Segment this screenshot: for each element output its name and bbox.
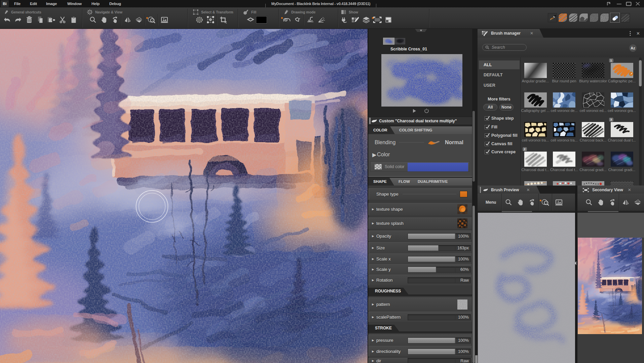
trash-icon[interactable]	[24, 14, 35, 26]
blend-mode-value[interactable]: Normal	[445, 139, 463, 146]
brush-variant-thumb-selected[interactable]	[384, 38, 394, 44]
pan-icon[interactable]	[595, 194, 606, 211]
category-all[interactable]: ALL	[479, 61, 520, 69]
slider-rotation[interactable]: Raw	[408, 277, 471, 283]
setting-row-pattern[interactable]: ▶pattern	[368, 297, 472, 311]
preset-dark-squiggle[interactable]	[579, 13, 588, 22]
rotate-view-icon[interactable]	[109, 14, 120, 26]
slider-directionality[interactable]: 100%	[408, 349, 471, 355]
setting-row-scale-x[interactable]: ▶Scale x100%	[368, 253, 472, 264]
pan-icon[interactable]	[98, 14, 109, 26]
document-canvas[interactable]	[0, 29, 368, 363]
brush-preview-tab[interactable]: Brush Preview ✕	[478, 186, 540, 194]
menu-file[interactable]: File	[14, 0, 21, 7]
minimize-button[interactable]	[616, 1, 622, 6]
brush-tile-mottle-cool[interactable]	[611, 152, 633, 167]
slider-scale-x[interactable]: 100%	[408, 256, 471, 262]
stroke-header[interactable]: STROKE	[368, 325, 473, 333]
brush-tile-checker[interactable]	[553, 63, 575, 78]
filter-none-button[interactable]: None	[499, 104, 514, 111]
pan-icon[interactable]	[514, 194, 526, 211]
setting-row-directionality[interactable]: ▶directionality100%	[368, 346, 472, 356]
shape-color-swatch[interactable]	[460, 191, 467, 197]
close-button[interactable]	[635, 1, 641, 6]
loop-icon[interactable]	[292, 14, 303, 26]
panel-splitter-handle[interactable]	[575, 261, 576, 266]
slider-dir[interactable]: Raw	[408, 358, 471, 363]
setting-row-size[interactable]: ▶Size163px	[368, 242, 472, 253]
preset-faint-strokes[interactable]	[621, 13, 630, 22]
custom-brush-bar[interactable]: Custom "Charcoal dual texture multiply"	[368, 117, 472, 125]
rotate-view-icon[interactable]	[526, 194, 538, 211]
checkbox-checked[interactable]	[485, 142, 489, 146]
blend-mode-icon[interactable]	[427, 139, 440, 146]
scissors-icon[interactable]	[57, 14, 68, 26]
brush-tile-charcoal-zig[interactable]	[611, 122, 633, 137]
expand-arrow-icon[interactable]: ▶	[372, 257, 376, 260]
preset-noise-light[interactable]	[600, 13, 609, 22]
slider-size[interactable]: 163px	[408, 245, 471, 251]
clipboard-icon[interactable]	[68, 14, 79, 26]
fit-screen-icon[interactable]	[553, 194, 565, 211]
dock-window-button[interactable]	[606, 1, 612, 6]
preset-orange-strokes[interactable]	[558, 13, 567, 22]
filter-check-fill[interactable]: Fill	[485, 125, 497, 129]
expand-arrow-icon[interactable]: ▶	[372, 208, 376, 211]
collapse-panel-button[interactable]	[415, 29, 427, 32]
expand-arrow-icon[interactable]: ▶	[372, 359, 376, 362]
app-logo[interactable]: Bi	[1, 0, 9, 7]
setting-row-texture-shape[interactable]: ▶texture shape	[368, 203, 472, 215]
zoom-icon[interactable]	[87, 14, 98, 26]
pattern-thumb[interactable]	[457, 299, 467, 310]
search-input[interactable]: Search	[482, 44, 527, 51]
checkbox-checked[interactable]	[485, 116, 489, 121]
expand-arrow-icon[interactable]: ▶	[372, 222, 376, 225]
preset-gray-charcoal[interactable]	[569, 13, 578, 22]
expand-arrow-icon[interactable]: ▶	[372, 235, 376, 238]
secondary-view-area[interactable]	[577, 213, 644, 363]
flip-v-icon[interactable]	[632, 194, 643, 211]
expand-arrow-icon[interactable]: ▶	[372, 279, 376, 282]
curve-line-icon[interactable]	[305, 14, 316, 26]
angle-line-icon[interactable]	[316, 14, 327, 26]
zoom-reset-icon[interactable]	[539, 194, 551, 211]
slider-scalepattern[interactable]: 100%	[408, 314, 471, 320]
texture-shape-thumb[interactable]	[457, 204, 467, 214]
play-preview-button[interactable]	[412, 108, 417, 113]
transform-box-icon[interactable]	[205, 14, 216, 26]
grid-brush-icon[interactable]	[349, 14, 361, 26]
brush-tile[interactable]	[524, 181, 547, 186]
brush-preview-tab-close[interactable]: ✕	[526, 188, 530, 192]
tab-dualprimitive[interactable]: DUALPRIMITIVE	[418, 178, 448, 186]
select-ellipse-icon[interactable]	[194, 14, 205, 26]
menu-button[interactable]: Menu	[478, 200, 501, 205]
redo-icon[interactable]	[12, 14, 24, 26]
setting-row-scale-y[interactable]: ▶Scale y60%	[368, 264, 472, 274]
fill-layer-icon[interactable]	[245, 14, 256, 26]
crop-icon[interactable]	[218, 14, 229, 26]
brush-tile[interactable]	[553, 181, 575, 186]
category-user[interactable]: USER	[479, 81, 520, 90]
setting-row-shape-type[interactable]: Shape type	[368, 188, 472, 200]
menu-debug[interactable]: Debug	[109, 0, 121, 7]
brush-tile-scribble-black[interactable]	[524, 92, 547, 108]
plug-icon[interactable]	[338, 14, 349, 26]
brush-tile-charcoal-smudge[interactable]	[553, 152, 575, 167]
panel-menu-icon[interactable]	[630, 31, 631, 36]
brush-tile-voronoi-cells[interactable]	[553, 122, 575, 137]
alpha-checker-swatch[interactable]	[375, 164, 382, 169]
preset-noise-dark[interactable]	[590, 13, 599, 22]
filter-check-polygonal-fill[interactable]: Polygonal fill	[485, 133, 518, 138]
expand-arrow-icon[interactable]: ▶	[372, 246, 376, 249]
filter-all-button[interactable]: All	[483, 104, 497, 111]
expand-arrow-icon[interactable]: ▶	[372, 350, 376, 353]
filter-check-shape-step[interactable]: Shape step	[485, 116, 514, 121]
zoom-reset-icon[interactable]	[146, 14, 157, 26]
brush-tile[interactable]	[582, 181, 604, 186]
brush-variant-thumb[interactable]	[395, 38, 405, 44]
tab-flow[interactable]: FLOW	[399, 178, 410, 186]
checkbox-checked[interactable]	[485, 125, 489, 129]
brush-tile-mottle-warm[interactable]	[582, 152, 604, 167]
solid-color-value[interactable]	[408, 163, 468, 171]
secondary-view-tab[interactable]: Secondary View ✕	[577, 186, 644, 194]
